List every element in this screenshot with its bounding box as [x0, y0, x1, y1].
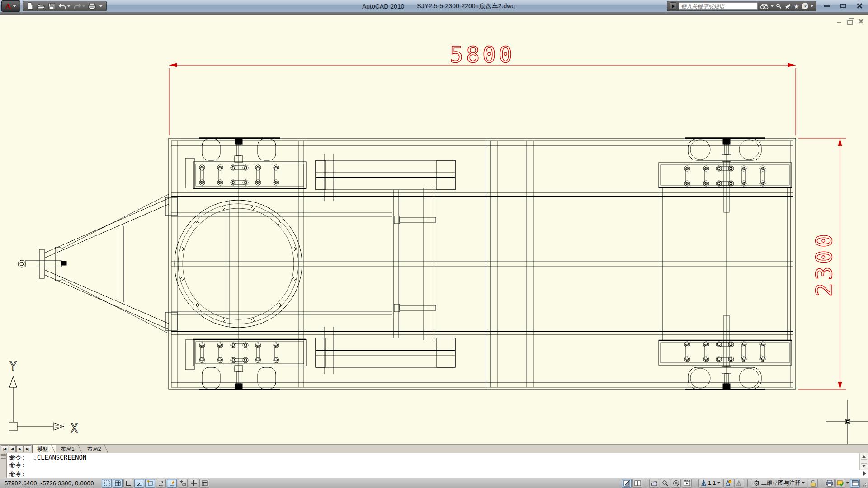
search-button[interactable]: [760, 3, 769, 9]
tray-options-chevron-icon[interactable]: [846, 482, 849, 484]
lwt-toggle-button[interactable]: [189, 479, 198, 488]
doc-minimize-button[interactable]: [836, 18, 843, 24]
dimension-length[interactable]: 5800: [169, 42, 796, 135]
command-window[interactable]: 命令: _.CLEANSCREENON 命令: 命令:: [0, 453, 868, 478]
dim-length-text: 5800: [450, 42, 515, 68]
showmotion-icon: [684, 480, 690, 487]
ortho-toggle-button[interactable]: [123, 479, 133, 488]
dimension-width[interactable]: 2300: [798, 138, 846, 389]
grid-toggle-button[interactable]: [113, 479, 123, 488]
window-title: AutoCAD 2010 SJY2.5-5-2300-2200+底盘车2.dwg: [235, 0, 642, 12]
open-folder-icon: [37, 3, 45, 10]
drawing-canvas[interactable]: 5800 2300: [0, 15, 868, 444]
snap-icon: [104, 480, 110, 487]
qp-toggle-button[interactable]: [199, 479, 209, 488]
annotation-visibility-button[interactable]: [723, 479, 733, 488]
dynamic-ucs-icon: [169, 480, 175, 487]
redo-button[interactable]: [73, 3, 85, 9]
model-space-button[interactable]: [622, 479, 632, 488]
command-window-grip[interactable]: [0, 453, 7, 478]
minimize-button[interactable]: [823, 2, 831, 10]
search-options-chevron-icon[interactable]: [771, 5, 774, 7]
mid-frame-structure[interactable]: [316, 154, 455, 374]
doc-restore-button[interactable]: [847, 18, 854, 24]
polar-toggle-button[interactable]: [134, 479, 144, 488]
communication-center-button[interactable]: [784, 3, 791, 9]
tab-layout1[interactable]: 布局1: [56, 445, 83, 453]
chevron-down-icon: [13, 5, 16, 7]
scroll-up-button[interactable]: [861, 454, 867, 460]
tab-model[interactable]: 模型: [32, 445, 56, 453]
unlock-icon: [810, 480, 816, 487]
favorites-button[interactable]: ★: [793, 3, 799, 9]
toolbar-options-chevron-icon[interactable]: [99, 5, 103, 7]
status-bar: 57902.6400, -5726.3300, 0.0000: [0, 478, 868, 488]
annotation-scale-button[interactable]: 1:1: [698, 479, 722, 488]
open-file-button[interactable]: [37, 3, 45, 10]
close-icon: [856, 3, 863, 9]
prev-tab-button[interactable]: ◀: [9, 445, 16, 452]
help-options-chevron-icon[interactable]: [811, 5, 813, 7]
showmotion-button[interactable]: [682, 479, 692, 488]
layout-space-button[interactable]: [632, 479, 642, 488]
minimize-icon: [824, 5, 830, 7]
quick-properties-icon: [201, 480, 208, 487]
quick-view-drawings-button[interactable]: [649, 479, 659, 488]
annotation-autoscale-icon: [736, 480, 742, 487]
steering-wheel-button[interactable]: [671, 479, 681, 488]
maximize-button[interactable]: [839, 2, 847, 10]
plot-status-button[interactable]: [825, 479, 835, 488]
next-tab-button[interactable]: ▶: [16, 445, 24, 452]
osnap-toggle-button[interactable]: [145, 479, 155, 488]
doc-close-button[interactable]: [858, 18, 864, 24]
hitch-drawbar[interactable]: [18, 194, 177, 333]
chevron-down-icon[interactable]: [82, 5, 85, 7]
annotation-scale-icon: [701, 480, 707, 487]
undo-button[interactable]: [58, 3, 70, 9]
crosshair-cursor: [826, 400, 868, 444]
workspace-switch-button[interactable]: 二维草图与注释: [751, 479, 807, 488]
drafting-toggles: [102, 479, 209, 488]
gear-icon: [753, 480, 760, 487]
chevron-down-icon[interactable]: [67, 5, 70, 7]
annotation-visibility-icon: [725, 480, 731, 487]
arrow-up-icon: [862, 455, 866, 458]
clean-screen-button[interactable]: [850, 479, 860, 488]
otrack-toggle-button[interactable]: [156, 479, 166, 488]
annotation-autoscale-button[interactable]: [734, 479, 744, 488]
save-button[interactable]: [48, 3, 55, 9]
magnifier-icon: [662, 480, 669, 487]
toolbar-lock-button[interactable]: [808, 479, 818, 488]
command-options-arrow-icon[interactable]: [863, 471, 866, 476]
subscription-center-button[interactable]: [776, 3, 782, 9]
new-file-button[interactable]: [27, 2, 34, 10]
ortho-icon: [125, 480, 132, 487]
infocenter-expand-button[interactable]: [670, 2, 676, 10]
snap-toggle-button[interactable]: [102, 479, 112, 488]
help-button[interactable]: ?: [802, 3, 808, 9]
zoom-button[interactable]: [660, 479, 670, 488]
command-scrollbar[interactable]: [859, 453, 868, 470]
clean-screen-icon: [852, 480, 859, 487]
close-button[interactable]: [855, 2, 863, 10]
tray-status-button[interactable]: [835, 479, 845, 488]
plot-button[interactable]: [88, 3, 96, 10]
scroll-down-button[interactable]: [861, 463, 867, 469]
steering-wheel-icon: [673, 480, 679, 487]
turntable-circle[interactable]: [175, 200, 302, 328]
resize-grip-icon[interactable]: [861, 479, 867, 488]
chassis-frame[interactable]: [169, 138, 796, 389]
command-prompt[interactable]: 命令:: [7, 470, 858, 478]
application-menu-button[interactable]: A: [1, 0, 20, 12]
dyn-toggle-button[interactable]: [178, 479, 188, 488]
cad-drawing[interactable]: 5800 2300: [0, 15, 868, 444]
arrow-down-icon: [862, 465, 866, 467]
rear-axle-assembly[interactable]: [659, 139, 792, 389]
ducs-toggle-button[interactable]: [167, 479, 177, 488]
maximize-icon: [840, 4, 846, 8]
search-input[interactable]: [679, 2, 758, 10]
last-tab-button[interactable]: ▶|: [24, 445, 31, 452]
tab-layout2[interactable]: 布局2: [83, 445, 109, 453]
front-axle-assembly[interactable]: [185, 139, 306, 389]
first-tab-button[interactable]: |◀: [1, 445, 8, 452]
